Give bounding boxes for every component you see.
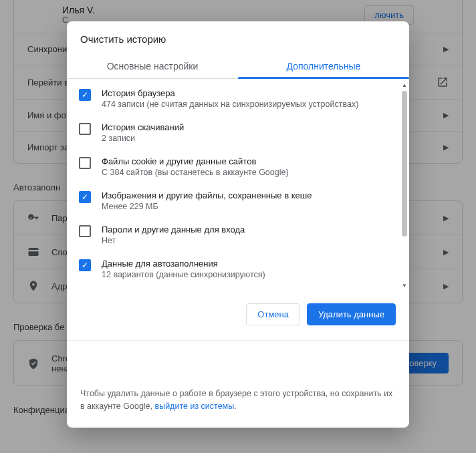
option-subtitle: С 384 сайтов (вы останетесь в аккаунте G… — [102, 168, 289, 177]
option-title: Данные для автозаполнения — [102, 259, 265, 269]
scrollbar-thumb[interactable] — [402, 91, 407, 237]
clear-data-option: История скачиваний2 записи — [79, 116, 390, 150]
scroll-up-icon[interactable]: ▲ — [402, 83, 407, 88]
option-subtitle: 474 записи (не считая данных на синхрони… — [102, 100, 358, 109]
option-subtitle: Нет — [102, 236, 245, 245]
option-checkbox[interactable]: ✓ — [79, 89, 91, 101]
clear-data-option: Настройки сайтов — [79, 286, 390, 293]
option-checkbox[interactable] — [79, 123, 91, 135]
sign-out-link[interactable]: выйдите из системы — [155, 402, 235, 411]
option-title: История скачиваний — [102, 122, 184, 132]
option-title: Изображения и другие файлы, сохраненные … — [102, 190, 312, 200]
clear-data-option: Файлы cookie и другие данные сайтовС 384… — [79, 150, 390, 184]
clear-data-option: ✓Изображения и другие файлы, сохраненные… — [79, 184, 390, 218]
scroll-down-icon[interactable]: ▼ — [402, 283, 407, 289]
dialog-footer-note: Чтобы удалить данные о работе в браузере… — [67, 340, 409, 428]
scrollbar[interactable]: ▲ ▼ — [402, 83, 407, 289]
options-scroll-area: ✓История браузера474 записи (не считая д… — [67, 79, 409, 293]
dialog-tabs: Основные настройки Дополнительные — [67, 53, 409, 79]
tab-advanced[interactable]: Дополнительные — [238, 53, 409, 78]
clear-browsing-data-dialog: Очистить историю Основные настройки Допо… — [67, 21, 409, 428]
dialog-title: Очистить историю — [67, 21, 409, 53]
clear-data-option: ✓Данные для автозаполнения12 вариантов (… — [79, 252, 390, 286]
cancel-button[interactable]: Отмена — [246, 303, 300, 325]
option-checkbox[interactable]: ✓ — [79, 259, 91, 271]
tab-basic[interactable]: Основные настройки — [67, 53, 238, 78]
option-title: Файлы cookie и другие данные сайтов — [102, 156, 289, 166]
footer-text-suffix: . — [234, 402, 236, 411]
option-checkbox[interactable] — [79, 157, 91, 169]
option-subtitle: 12 вариантов (данные синхронизируются) — [102, 270, 265, 279]
option-subtitle: 2 записи — [102, 134, 184, 143]
option-title: История браузера — [102, 88, 358, 98]
confirm-button[interactable]: Удалить данные — [307, 303, 396, 325]
option-checkbox[interactable] — [79, 225, 91, 237]
clear-data-option: ✓История браузера474 записи (не считая д… — [79, 82, 390, 116]
option-subtitle: Менее 229 МБ — [102, 202, 312, 211]
option-title: Пароли и другие данные для входа — [102, 224, 245, 235]
dialog-actions: Отмена Удалить данные — [67, 293, 409, 331]
option-checkbox[interactable]: ✓ — [79, 191, 91, 203]
clear-data-option: Пароли и другие данные для входаНет — [79, 218, 390, 252]
